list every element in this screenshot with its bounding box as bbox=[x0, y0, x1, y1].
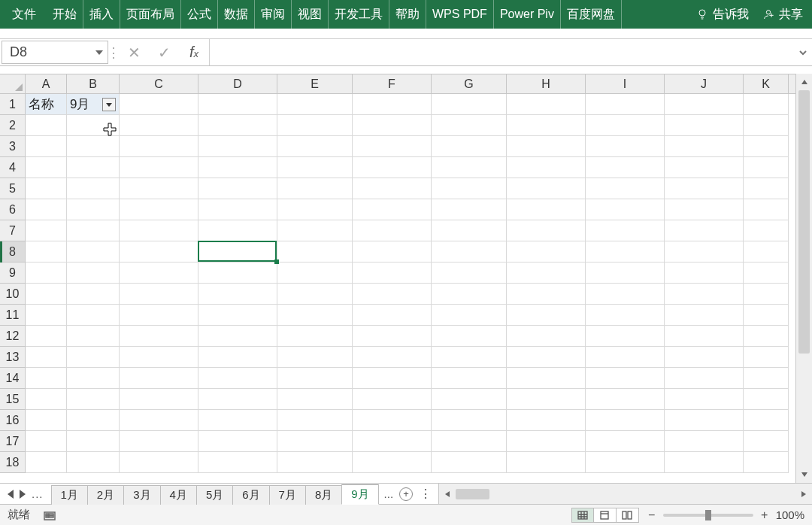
ribbon-tab-review[interactable]: 审阅 bbox=[255, 0, 292, 29]
cell-K16[interactable] bbox=[744, 410, 789, 431]
row-header-2[interactable]: 2 bbox=[0, 115, 26, 136]
cell-J14[interactable] bbox=[665, 368, 744, 389]
cell-D16[interactable] bbox=[198, 410, 277, 431]
sheet-tab-4月[interactable]: 4月 bbox=[160, 485, 197, 505]
cell-I11[interactable] bbox=[586, 305, 665, 326]
col-header-F[interactable]: F bbox=[353, 74, 432, 93]
cell-C16[interactable] bbox=[120, 410, 198, 431]
cell-C4[interactable] bbox=[120, 157, 198, 178]
tab-right-ellipsis[interactable]: ... bbox=[384, 487, 394, 500]
cell-E9[interactable] bbox=[277, 262, 353, 284]
cell-J13[interactable] bbox=[665, 347, 744, 368]
cell-H7[interactable] bbox=[507, 220, 586, 241]
cell-H5[interactable] bbox=[507, 178, 586, 199]
cell-K5[interactable] bbox=[744, 178, 789, 199]
vscroll-track[interactable] bbox=[796, 90, 812, 466]
row-header-9[interactable]: 9 bbox=[0, 262, 26, 284]
sheet-tab-3月[interactable]: 3月 bbox=[123, 485, 160, 505]
cell-H17[interactable] bbox=[507, 431, 586, 452]
cell-E5[interactable] bbox=[277, 178, 353, 199]
row-header-14[interactable]: 14 bbox=[0, 368, 26, 389]
zoom-value[interactable]: 100% bbox=[776, 508, 804, 521]
cell-H8[interactable] bbox=[507, 241, 586, 262]
cell-D2[interactable] bbox=[198, 115, 277, 136]
cell-K3[interactable] bbox=[744, 136, 789, 157]
sheet-tab-5月[interactable]: 5月 bbox=[196, 485, 233, 505]
cell-G10[interactable] bbox=[432, 284, 507, 305]
ribbon-tab-wpspdf[interactable]: WPS PDF bbox=[426, 0, 494, 29]
cell-A11[interactable] bbox=[26, 305, 67, 326]
cell-C15[interactable] bbox=[120, 389, 198, 410]
cell-A8[interactable] bbox=[26, 241, 67, 262]
cell-I8[interactable] bbox=[586, 241, 665, 262]
fill-handle[interactable] bbox=[274, 259, 279, 264]
cell-G8[interactable] bbox=[432, 241, 507, 262]
ribbon-tab-home[interactable]: 开始 bbox=[47, 0, 83, 29]
row-header-16[interactable]: 16 bbox=[0, 410, 26, 431]
col-header-D[interactable]: D bbox=[198, 74, 277, 93]
vscroll-thumb[interactable] bbox=[798, 90, 810, 354]
cell-C18[interactable] bbox=[120, 452, 198, 473]
cell-A12[interactable] bbox=[26, 326, 67, 347]
row-header-4[interactable]: 4 bbox=[0, 157, 26, 178]
cell-I16[interactable] bbox=[586, 410, 665, 431]
cell-E10[interactable] bbox=[277, 284, 353, 305]
cell-I10[interactable] bbox=[586, 284, 665, 305]
cell-A1[interactable]: 名称 bbox=[26, 94, 67, 115]
cell-F8[interactable] bbox=[353, 241, 432, 262]
cell-D7[interactable] bbox=[198, 220, 277, 241]
cell-D10[interactable] bbox=[198, 284, 277, 305]
ribbon-tab-baidu[interactable]: 百度网盘 bbox=[561, 0, 622, 29]
cell-D3[interactable] bbox=[198, 136, 277, 157]
zoom-in-button[interactable]: + bbox=[759, 508, 770, 522]
cell-B3[interactable] bbox=[67, 136, 120, 157]
cell-J7[interactable] bbox=[665, 220, 744, 241]
cell-F16[interactable] bbox=[353, 410, 432, 431]
formula-input[interactable] bbox=[209, 39, 794, 65]
cell-F18[interactable] bbox=[353, 452, 432, 473]
cell-H10[interactable] bbox=[507, 284, 586, 305]
cell-G4[interactable] bbox=[432, 157, 507, 178]
scroll-right-button[interactable] bbox=[795, 490, 812, 498]
cell-D4[interactable] bbox=[198, 157, 277, 178]
cell-I15[interactable] bbox=[586, 389, 665, 410]
tab-left-ellipsis[interactable]: ... bbox=[32, 487, 44, 500]
cell-J9[interactable] bbox=[665, 262, 744, 284]
row-header-3[interactable]: 3 bbox=[0, 136, 26, 157]
formula-cancel-button[interactable]: ✕ bbox=[119, 39, 149, 65]
cell-C8[interactable] bbox=[120, 241, 198, 262]
cell-G13[interactable] bbox=[432, 347, 507, 368]
cell-I9[interactable] bbox=[586, 262, 665, 284]
cell-H11[interactable] bbox=[507, 305, 586, 326]
row-header-11[interactable]: 11 bbox=[0, 305, 26, 326]
cell-J6[interactable] bbox=[665, 199, 744, 220]
cell-K12[interactable] bbox=[744, 326, 789, 347]
sheet-tab-9月[interactable]: 9月 bbox=[341, 484, 378, 505]
cell-E16[interactable] bbox=[277, 410, 353, 431]
cell-K7[interactable] bbox=[744, 220, 789, 241]
row-header-17[interactable]: 17 bbox=[0, 431, 26, 452]
cell-I18[interactable] bbox=[586, 452, 665, 473]
hscroll-track[interactable] bbox=[456, 489, 795, 499]
cell-A2[interactable] bbox=[26, 115, 67, 136]
cell-I12[interactable] bbox=[586, 326, 665, 347]
tab-prev-button[interactable] bbox=[8, 490, 14, 499]
cell-B18[interactable] bbox=[67, 452, 120, 473]
formula-confirm-button[interactable]: ✓ bbox=[149, 39, 179, 65]
col-header-G[interactable]: G bbox=[432, 74, 507, 93]
select-all-corner[interactable] bbox=[0, 74, 26, 93]
cell-E3[interactable] bbox=[277, 136, 353, 157]
cell-F7[interactable] bbox=[353, 220, 432, 241]
cell-C6[interactable] bbox=[120, 199, 198, 220]
cell-B17[interactable] bbox=[67, 431, 120, 452]
cell-I3[interactable] bbox=[586, 136, 665, 157]
filter-dropdown-button[interactable] bbox=[102, 98, 116, 111]
cell-G18[interactable] bbox=[432, 452, 507, 473]
cell-B2[interactable] bbox=[67, 115, 120, 136]
cell-I4[interactable] bbox=[586, 157, 665, 178]
cell-I1[interactable] bbox=[586, 94, 665, 115]
cell-H15[interactable] bbox=[507, 389, 586, 410]
cell-K13[interactable] bbox=[744, 347, 789, 368]
cell-B9[interactable] bbox=[67, 262, 120, 284]
macro-record-icon[interactable] bbox=[44, 510, 56, 520]
